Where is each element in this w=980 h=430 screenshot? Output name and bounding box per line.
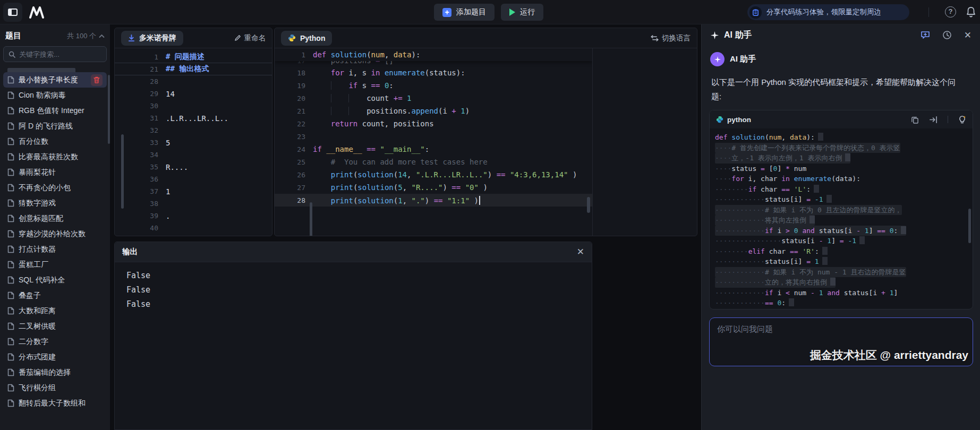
code-lines[interactable]: 18 for i, s in enumerate(status):19 if s…: [275, 66, 592, 207]
search-box[interactable]: [3, 46, 107, 62]
ai-line: ············if i > 0 and status[i - 1] =…: [715, 226, 967, 236]
sidebar-item-label: 二叉树供暖: [19, 322, 103, 331]
markdown-scrollbar[interactable]: [121, 134, 124, 209]
sidebar-item-label: 猜数字游戏: [19, 199, 103, 208]
md-line[interactable]: 36: [115, 173, 272, 185]
code-line[interactable]: 21 positions.append(i + 1): [275, 105, 592, 117]
insert-code-icon[interactable]: [929, 116, 938, 124]
code-scrollbar[interactable]: [587, 197, 590, 213]
sidebar-item[interactable]: 番茄编辑的选择: [3, 365, 107, 380]
history-icon[interactable]: [942, 30, 952, 40]
code-line[interactable]: 22 return count, positions: [275, 117, 592, 130]
sidebar-item[interactable]: 穿越沙漠的补给次数: [3, 226, 107, 242]
markdown-editor[interactable]: 1# 问题描述21## 输出格式2829143031.L.R...LR..L..…: [115, 48, 272, 234]
sidebar-item[interactable]: 创意标题匹配: [3, 211, 107, 226]
sidebar-item[interactable]: 百分位数: [3, 134, 107, 149]
icon-divider: [948, 116, 948, 123]
md-line[interactable]: 38: [115, 197, 272, 210]
sidebar-item[interactable]: 最小替换子串长度: [3, 72, 107, 88]
sidebar-item[interactable]: 打点计数器: [3, 242, 107, 257]
md-line[interactable]: 335: [115, 136, 272, 149]
sidebar-toggle-button[interactable]: [3, 3, 22, 22]
md-line[interactable]: 32: [115, 124, 272, 136]
sidebar-item[interactable]: 阿 D 的飞行路线: [3, 118, 107, 134]
sidebar-toggle-icon: [8, 8, 18, 16]
help-icon[interactable]: ?: [945, 6, 956, 18]
chevron-up-icon[interactable]: [99, 34, 105, 38]
sidebar-item[interactable]: 猜数字游戏: [3, 195, 107, 211]
top-bar: + 添加题目 运行 分享代码练习体验，领限量定制周边 ?: [0, 0, 980, 24]
new-chat-icon[interactable]: [921, 30, 930, 40]
selection-block: [814, 185, 819, 193]
sidebar-item[interactable]: 比赛最高获胜次数: [3, 149, 107, 165]
md-line[interactable]: 1# 问题描述: [115, 51, 272, 63]
md-line[interactable]: 30: [115, 100, 272, 112]
sidebar-item[interactable]: 翻转后最大子数组和: [3, 395, 107, 411]
code-line: 17 positions = []: [275, 61, 592, 66]
code-line[interactable]: 25 # You can add more test cases here: [275, 156, 592, 168]
sidebar-item[interactable]: [3, 66, 107, 72]
sidebar-item[interactable]: 二分数字: [3, 334, 107, 349]
sidebar-scrollbar[interactable]: [108, 75, 110, 144]
switch-language-button[interactable]: 切换语言: [651, 33, 691, 43]
promo-banner[interactable]: 分享代码练习体验，领限量定制周边: [747, 4, 909, 20]
code-line[interactable]: 26 print(solution(14, ".L.R...LR..L..") …: [275, 168, 592, 181]
ai-chat-input[interactable]: [710, 318, 973, 366]
md-line[interactable]: 40: [115, 222, 272, 234]
md-line[interactable]: 39.: [115, 210, 272, 222]
run-button[interactable]: 运行: [501, 4, 543, 21]
md-line[interactable]: 34: [115, 149, 272, 161]
md-line[interactable]: 31.L.R...LR..L..: [115, 112, 272, 124]
md-line[interactable]: 21## 输出格式: [115, 63, 272, 75]
code-line[interactable]: 19 if s == 0:: [275, 79, 592, 92]
line-number: 40: [115, 224, 166, 232]
document-icon: [7, 230, 14, 238]
code-line[interactable]: 18 for i, s in enumerate(status):: [275, 66, 592, 79]
sidebar-item[interactable]: 暴雨梨花针: [3, 165, 107, 180]
language-tab[interactable]: Python: [281, 31, 332, 46]
ai-line: ············status[i] = -1: [715, 194, 967, 205]
sidebar-item[interactable]: SQL 代码补全: [3, 272, 107, 288]
code-line[interactable]: 1def solution(num, data):: [275, 48, 592, 61]
sidebar-item[interactable]: 蛋糕工厂: [3, 257, 107, 272]
code-line[interactable]: 28 print(solution(1, ".") == "1:1" ): [275, 194, 592, 207]
code-line[interactable]: 20 count += 1: [275, 92, 592, 105]
rename-button[interactable]: 重命名: [234, 33, 266, 43]
md-line[interactable]: 28: [115, 75, 272, 88]
add-problem-button[interactable]: + 添加题目: [434, 4, 495, 21]
sidebar-item-label: 打点计数器: [19, 245, 103, 254]
sidebar-item[interactable]: 大数和距离: [3, 303, 107, 319]
sidebar-item[interactable]: 分布式团建: [3, 349, 107, 365]
notifications-bell-icon[interactable]: [966, 6, 976, 20]
sidebar-item[interactable]: 飞行棋分组: [3, 380, 107, 395]
code-left-scrollbar[interactable]: [310, 202, 312, 236]
close-ai-panel-icon[interactable]: ✕: [964, 31, 972, 40]
close-output-icon[interactable]: ✕: [577, 247, 584, 256]
document-icon: [7, 168, 14, 176]
md-line[interactable]: 35R....: [115, 161, 272, 173]
line-number: 1: [275, 51, 313, 59]
document-icon: [7, 199, 14, 207]
hint-bulb-icon[interactable]: [958, 115, 966, 124]
delete-icon[interactable]: [91, 74, 103, 86]
ai-code-scrollbar[interactable]: [968, 209, 971, 243]
sidebar-item[interactable]: Cion 勒索病毒: [3, 88, 107, 103]
code-line[interactable]: 27 print(solution(5, "R....") == "0" ): [275, 181, 592, 194]
search-input[interactable]: [19, 50, 99, 58]
code-line[interactable]: 23: [275, 130, 592, 143]
md-line[interactable]: 371: [115, 185, 272, 197]
copy-code-icon[interactable]: [911, 116, 919, 124]
code-editor[interactable]: 1def solution(num, data): 17 positions =…: [275, 48, 593, 236]
sidebar-item[interactable]: 叠盘子: [3, 288, 107, 303]
md-line[interactable]: 2914: [115, 88, 272, 100]
promo-banner-text: 分享代码练习体验，领限量定制周边: [766, 7, 881, 17]
sidebar-item[interactable]: RGB 色值转 Integer: [3, 103, 107, 118]
ai-chat-input-box[interactable]: 掘金技术社区 @ arriettyandray: [709, 317, 973, 366]
app-logo[interactable]: [28, 5, 47, 22]
sidebar-item[interactable]: 不再贪心的小包: [3, 180, 107, 195]
problem-tab[interactable]: 多米诺骨牌: [121, 31, 183, 46]
code-line[interactable]: 24if __name__ == "__main__":: [275, 143, 592, 156]
sidebar-item[interactable]: 二叉树供暖: [3, 319, 107, 334]
ai-line: ················status[i - 1] = -1: [715, 236, 967, 246]
ai-line: ············if i < num - 1 and status[i …: [715, 288, 967, 298]
